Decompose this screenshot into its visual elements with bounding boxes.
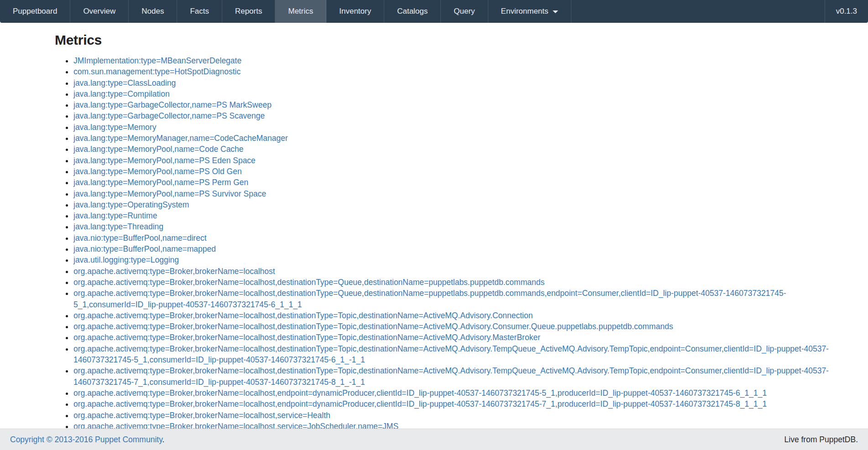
- navbar-menu: Puppetboard OverviewNodesFactsReportsMet…: [0, 0, 571, 23]
- metric-list-item: org.apache.activemq:type=Broker,brokerNa…: [73, 410, 850, 421]
- version-badge: v0.1.3: [825, 0, 868, 23]
- metric-list-item: java.lang:type=Compilation: [73, 88, 850, 99]
- metric-link[interactable]: java.lang:type=Threading: [73, 222, 163, 231]
- nav-item-query[interactable]: Query: [441, 0, 488, 23]
- nav-item-environments[interactable]: Environments: [488, 0, 571, 23]
- metric-list-item: org.apache.activemq:type=Broker,brokerNa…: [73, 266, 850, 277]
- metric-link[interactable]: java.lang:type=MemoryPool,name=Code Cach…: [73, 145, 244, 154]
- nav-item-label: Environments: [501, 7, 549, 16]
- metric-list-item: org.apache.activemq:type=Broker,brokerNa…: [73, 310, 850, 321]
- metric-list: JMImplementation:type=MBeanServerDelegat…: [55, 55, 850, 432]
- copyright-suffix: .: [162, 435, 165, 444]
- navbar-brand[interactable]: Puppetboard: [0, 0, 70, 23]
- nav-item-label: Reports: [235, 7, 262, 16]
- page-title: Metrics: [55, 32, 850, 48]
- metric-link[interactable]: JMImplementation:type=MBeanServerDelegat…: [73, 56, 241, 65]
- nav-item-label: Facts: [190, 7, 209, 16]
- metric-link[interactable]: java.nio:type=BufferPool,name=direct: [73, 233, 207, 243]
- metric-link[interactable]: java.lang:type=GarbageCollector,name=PS …: [73, 100, 272, 109]
- metric-list-item: java.lang:type=MemoryPool,name=PS Perm G…: [73, 177, 850, 188]
- footer: Copyright © 2013-2016 Puppet Community. …: [0, 429, 868, 450]
- metric-link[interactable]: org.apache.activemq:type=Broker,brokerNa…: [73, 411, 330, 420]
- metric-link[interactable]: java.lang:type=OperatingSystem: [73, 200, 189, 209]
- metric-list-item: java.lang:type=MemoryPool,name=PS Old Ge…: [73, 166, 850, 177]
- metric-link[interactable]: org.apache.activemq:type=Broker,brokerNa…: [73, 399, 767, 409]
- metric-list-item: java.nio:type=BufferPool,name=direct: [73, 233, 850, 243]
- metric-list-item: JMImplementation:type=MBeanServerDelegat…: [73, 55, 850, 66]
- metric-link[interactable]: java.lang:type=Compilation: [73, 89, 170, 98]
- metric-link[interactable]: org.apache.activemq:type=Broker,brokerNa…: [73, 267, 275, 276]
- nav-item-label: Catalogs: [397, 7, 428, 16]
- footer-copyright: Copyright © 2013-2016 Puppet Community.: [10, 435, 164, 445]
- nav-item-overview[interactable]: Overview: [70, 0, 129, 23]
- metric-link[interactable]: java.lang:type=ClassLoading: [73, 78, 176, 88]
- metric-link[interactable]: java.lang:type=GarbageCollector,name=PS …: [73, 111, 265, 120]
- metric-list-item: org.apache.activemq:type=Broker,brokerNa…: [73, 288, 850, 310]
- metric-link[interactable]: java.lang:type=MemoryManager,name=CodeCa…: [73, 134, 288, 143]
- metric-list-item: org.apache.activemq:type=Broker,brokerNa…: [73, 343, 850, 366]
- metric-list-item: org.apache.activemq:type=Broker,brokerNa…: [73, 398, 850, 409]
- metric-list-item: java.nio:type=BufferPool,name=mapped: [73, 243, 850, 254]
- metric-link[interactable]: org.apache.activemq:type=Broker,brokerNa…: [73, 333, 540, 342]
- metric-link[interactable]: org.apache.activemq:type=Broker,brokerNa…: [73, 322, 673, 331]
- metric-list-item: java.lang:type=MemoryManager,name=CodeCa…: [73, 133, 850, 144]
- metric-link[interactable]: org.apache.activemq:type=Broker,brokerNa…: [73, 388, 767, 398]
- chevron-down-icon: [553, 10, 558, 13]
- nav-item-label: Nodes: [141, 7, 164, 16]
- metric-list-item: java.lang:type=Memory: [73, 122, 850, 133]
- metric-link[interactable]: org.apache.activemq:type=Broker,brokerNa…: [73, 311, 533, 320]
- metric-list-item: org.apache.activemq:type=Broker,brokerNa…: [73, 321, 850, 332]
- metric-list-item: java.lang:type=MemoryPool,name=PS Eden S…: [73, 155, 850, 166]
- metric-link[interactable]: org.apache.activemq:type=Broker,brokerNa…: [73, 366, 829, 386]
- metric-link[interactable]: org.apache.activemq:type=Broker,brokerNa…: [73, 344, 829, 364]
- metric-list-item: java.lang:type=MemoryPool,name=PS Surviv…: [73, 188, 850, 199]
- metric-link[interactable]: java.lang:type=Memory: [73, 123, 156, 132]
- metric-list-item: org.apache.activemq:type=Broker,brokerNa…: [73, 332, 850, 343]
- navbar: Puppetboard OverviewNodesFactsReportsMet…: [0, 0, 868, 23]
- metric-link[interactable]: java.nio:type=BufferPool,name=mapped: [73, 244, 216, 253]
- metric-link[interactable]: com.sun.management:type=HotSpotDiagnosti…: [73, 67, 241, 76]
- metric-list-item: com.sun.management:type=HotSpotDiagnosti…: [73, 66, 850, 77]
- metric-link[interactable]: org.apache.activemq:type=Broker,brokerNa…: [73, 278, 544, 287]
- metric-list-item: org.apache.activemq:type=Broker,brokerNa…: [73, 388, 850, 398]
- metric-list-item: java.lang:type=OperatingSystem: [73, 199, 850, 210]
- footer-status-text: Live from PuppetDB.: [784, 435, 858, 445]
- metric-list-item: java.lang:type=GarbageCollector,name=PS …: [73, 99, 850, 110]
- metric-list-item: java.util.logging:type=Logging: [73, 254, 850, 265]
- metric-list-item: java.lang:type=Runtime: [73, 210, 850, 221]
- metric-link[interactable]: org.apache.activemq:type=Broker,brokerNa…: [73, 289, 786, 309]
- metric-link[interactable]: java.lang:type=MemoryPool,name=PS Perm G…: [73, 178, 248, 187]
- nav-item-label: Inventory: [339, 7, 371, 16]
- nav-item-label: Overview: [83, 7, 115, 16]
- nav-item-label: Metrics: [288, 7, 313, 16]
- metric-list-item: java.lang:type=GarbageCollector,name=PS …: [73, 110, 850, 121]
- nav-item-nodes[interactable]: Nodes: [129, 0, 177, 23]
- metric-link[interactable]: java.lang:type=Runtime: [73, 211, 157, 220]
- nav-item-label: Query: [454, 7, 475, 16]
- metric-link[interactable]: java.lang:type=MemoryPool,name=PS Surviv…: [73, 189, 266, 198]
- nav-item-facts[interactable]: Facts: [177, 0, 222, 23]
- main-content: Metrics JMImplementation:type=MBeanServe…: [0, 23, 868, 432]
- nav-item-metrics[interactable]: Metrics: [275, 0, 326, 23]
- metric-list-item: java.lang:type=Threading: [73, 221, 850, 232]
- metric-list-item: java.lang:type=ClassLoading: [73, 78, 850, 88]
- copyright-link[interactable]: Copyright © 2013-2016 Puppet Community: [10, 435, 162, 444]
- metric-list-item: org.apache.activemq:type=Broker,brokerNa…: [73, 365, 850, 388]
- metric-link[interactable]: java.lang:type=MemoryPool,name=PS Old Ge…: [73, 167, 242, 176]
- metric-list-item: org.apache.activemq:type=Broker,brokerNa…: [73, 277, 850, 288]
- metric-link[interactable]: java.util.logging:type=Logging: [73, 255, 179, 264]
- nav-item-catalogs[interactable]: Catalogs: [384, 0, 441, 23]
- metric-link[interactable]: java.lang:type=MemoryPool,name=PS Eden S…: [73, 156, 256, 165]
- nav-item-inventory[interactable]: Inventory: [326, 0, 384, 23]
- metric-list-item: java.lang:type=MemoryPool,name=Code Cach…: [73, 144, 850, 155]
- nav-item-reports[interactable]: Reports: [222, 0, 276, 23]
